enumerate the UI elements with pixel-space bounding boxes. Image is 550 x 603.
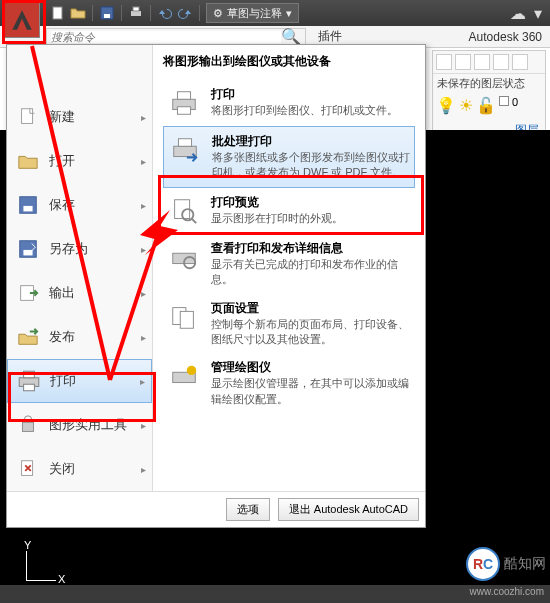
svg-rect-2 xyxy=(104,14,110,18)
chevron-down-icon: ▾ xyxy=(286,7,292,20)
command-search[interactable]: 🔍 xyxy=(46,28,306,46)
menu-item-label: 打印 xyxy=(50,372,76,390)
layer-state-label[interactable]: 未保存的图层状态 xyxy=(433,73,545,93)
chevron-right-icon: ▸ xyxy=(141,156,146,167)
menu-item-saveas[interactable]: 另存为▸ xyxy=(7,227,152,271)
watermark-url: www.coozhi.com xyxy=(470,586,544,597)
svg-rect-14 xyxy=(23,422,34,431)
saveas-icon xyxy=(15,236,41,262)
save-icon[interactable] xyxy=(99,5,115,21)
x-axis-label: X xyxy=(58,573,65,585)
chevron-right-icon: ▸ xyxy=(141,332,146,343)
svg-rect-3 xyxy=(131,11,141,16)
submenu-title: 批处理打印 xyxy=(212,133,410,150)
dropdown-icon[interactable]: ▾ xyxy=(530,5,546,21)
menu-item-utilities[interactable]: 图形实用工具▸ xyxy=(7,403,152,447)
tab-plugin[interactable]: 插件 xyxy=(310,28,350,45)
title-bar: ⚙ 草图与注释 ▾ ☁ ▾ xyxy=(0,0,550,26)
options-button[interactable]: 选项 xyxy=(226,498,270,521)
submenu-desc: 显示图形在打印时的外观。 xyxy=(211,211,343,226)
export-icon xyxy=(15,280,41,306)
svg-line-23 xyxy=(192,218,197,223)
workspace-dropdown[interactable]: ⚙ 草图与注释 ▾ xyxy=(206,3,299,23)
submenu-title: 查看打印和发布详细信息 xyxy=(211,240,411,257)
layer-tool-icon[interactable] xyxy=(512,54,528,70)
pagesetup-item[interactable]: 页面设置控制每个新布局的页面布局、打印设备、图纸尺寸以及其他设置。 xyxy=(163,294,415,354)
status-bar xyxy=(0,585,550,603)
close-icon xyxy=(15,456,41,482)
menu-item-new[interactable]: 新建▸ xyxy=(7,95,152,139)
sun-icon[interactable]: ☀ xyxy=(459,96,473,115)
application-button[interactable] xyxy=(4,2,40,38)
layer-tool-icon[interactable] xyxy=(493,54,509,70)
menu-item-label: 打开 xyxy=(49,152,75,170)
menu-item-open[interactable]: 打开▸ xyxy=(7,139,152,183)
workspace-label: 草图与注释 xyxy=(227,6,282,21)
cloud-icon[interactable]: ☁ xyxy=(510,5,526,21)
new-file-icon[interactable] xyxy=(50,5,66,21)
menu-left-column: 新建▸打开▸保存▸另存为▸输出▸发布▸打印▸图形实用工具▸关闭▸ xyxy=(7,45,153,491)
print-item[interactable]: 打印将图形打印到绘图仪、打印机或文件。 xyxy=(163,80,415,126)
save-icon xyxy=(15,192,41,218)
y-axis-label: Y xyxy=(24,539,31,551)
svg-rect-0 xyxy=(53,7,62,19)
svg-rect-12 xyxy=(24,371,35,378)
plotter-item-icon xyxy=(167,359,201,393)
watermark-logo: RC xyxy=(466,547,500,581)
menu-item-print[interactable]: 打印▸ xyxy=(7,359,152,403)
submenu-title: 管理绘图仪 xyxy=(211,359,411,376)
svg-rect-18 xyxy=(177,107,190,115)
menu-item-export[interactable]: 输出▸ xyxy=(7,271,152,315)
lock-icon[interactable]: 🔓 xyxy=(476,96,496,115)
batch-print-item-icon xyxy=(168,133,202,167)
redo-icon[interactable] xyxy=(177,5,193,21)
chevron-right-icon: ▸ xyxy=(141,200,146,211)
chevron-right-icon: ▸ xyxy=(140,376,145,387)
new-icon xyxy=(15,104,41,130)
gear-icon: ⚙ xyxy=(213,7,223,20)
layer-tool-icon[interactable] xyxy=(436,54,452,70)
autodesk360-label[interactable]: Autodesk 360 xyxy=(461,30,550,44)
menu-item-label: 新建 xyxy=(49,108,75,126)
plotter-item[interactable]: 管理绘图仪显示绘图仪管理器，在其中可以添加或编辑绘图仪配置。 xyxy=(163,353,415,413)
menu-item-label: 另存为 xyxy=(49,240,88,258)
submenu-heading: 将图形输出到绘图仪或其他设备 xyxy=(163,53,415,70)
publish-icon xyxy=(15,324,41,350)
exit-button[interactable]: 退出 Autodesk AutoCAD xyxy=(278,498,419,521)
details-item[interactable]: 查看打印和发布详细信息显示有关已完成的打印和发布作业的信息。 xyxy=(163,234,415,294)
print-icon[interactable] xyxy=(128,5,144,21)
svg-rect-5 xyxy=(22,109,33,124)
watermark-brand: 酷知网 xyxy=(504,555,546,573)
lightbulb-icon[interactable]: 💡 xyxy=(436,96,456,115)
print-item-icon xyxy=(167,86,201,120)
batch-print-item[interactable]: 批处理打印将多张图纸或多个图形发布到绘图仪或打印机，或者发布为 DWF 或 PD… xyxy=(163,126,415,188)
menu-item-close[interactable]: 关闭▸ xyxy=(7,447,152,491)
menu-item-save[interactable]: 保存▸ xyxy=(7,183,152,227)
menu-item-publish[interactable]: 发布▸ xyxy=(7,315,152,359)
submenu-title: 打印 xyxy=(211,86,398,103)
menu-item-label: 关闭 xyxy=(49,460,75,478)
print-icon xyxy=(16,368,42,394)
application-menu: 新建▸打开▸保存▸另存为▸输出▸发布▸打印▸图形实用工具▸关闭▸ 将图形输出到绘… xyxy=(6,44,426,528)
submenu-desc: 显示绘图仪管理器，在其中可以添加或编辑绘图仪配置。 xyxy=(211,376,411,407)
menu-item-label: 保存 xyxy=(49,196,75,214)
svg-rect-9 xyxy=(23,250,32,256)
pagesetup-item-icon xyxy=(167,300,201,334)
ucs-icon: X Y xyxy=(26,541,66,581)
search-input[interactable] xyxy=(51,31,281,43)
submenu-title: 页面设置 xyxy=(211,300,411,317)
svg-rect-27 xyxy=(180,311,193,328)
layer-tool-icon[interactable] xyxy=(474,54,490,70)
undo-icon[interactable] xyxy=(157,5,173,21)
details-item-icon xyxy=(167,240,201,274)
submenu-desc: 将多张图纸或多个图形发布到绘图仪或打印机，或者发布为 DWF 或 PDF 文件。 xyxy=(212,150,410,181)
submenu-desc: 显示有关已完成的打印和发布作业的信息。 xyxy=(211,257,411,288)
submenu-desc: 控制每个新布局的页面布局、打印设备、图纸尺寸以及其他设置。 xyxy=(211,317,411,348)
layer-tool-icon[interactable] xyxy=(455,54,471,70)
open-file-icon[interactable] xyxy=(70,5,86,21)
color-swatch[interactable] xyxy=(499,96,509,106)
chevron-right-icon: ▸ xyxy=(141,288,146,299)
submenu-desc: 将图形打印到绘图仪、打印机或文件。 xyxy=(211,103,398,118)
submenu-title: 打印预览 xyxy=(211,194,343,211)
preview-item[interactable]: 打印预览显示图形在打印时的外观。 xyxy=(163,188,415,234)
